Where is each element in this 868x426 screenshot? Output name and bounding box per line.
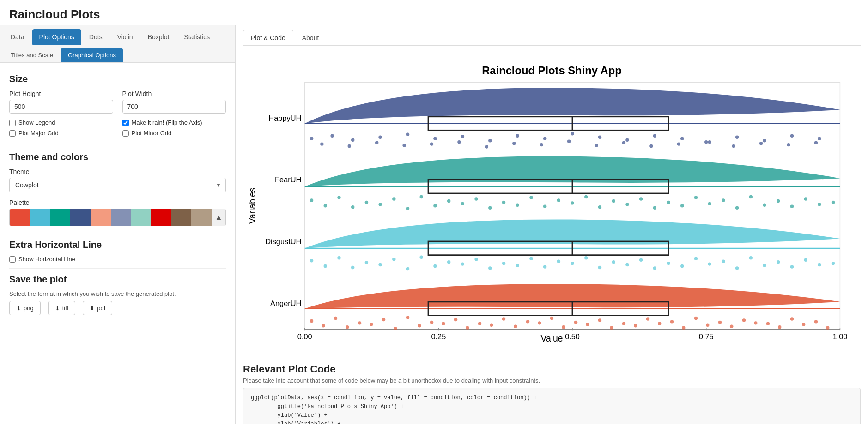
svg-point-69 [598,205,601,209]
svg-point-68 [571,201,574,204]
save-tiff-button[interactable]: ⬇ tiff [48,301,76,315]
palette-swatch-3 [70,209,91,226]
svg-point-107 [571,262,574,265]
tab-boxplot[interactable]: Boxplot [141,29,176,45]
svg-point-126 [526,320,529,323]
theme-select[interactable]: Cowplot Classic Minimal BW Gray [9,178,226,192]
svg-point-10 [571,132,574,135]
svg-point-124 [478,322,481,325]
x-tick-0: 0.00 [297,332,312,341]
svg-point-31 [622,141,625,144]
save-pdf-label: pdf [97,305,105,312]
svg-point-62 [406,207,409,210]
svg-point-71 [653,206,656,210]
svg-point-108 [598,266,601,269]
svg-point-99 [351,266,354,269]
svg-point-91 [667,262,670,265]
make-it-rain-checkbox[interactable] [122,120,129,126]
right-tab-about[interactable]: About [294,30,327,45]
svg-point-111 [680,264,684,268]
svg-point-115 [790,265,794,268]
plot-major-grid-label: Plot Major Grid [18,130,59,137]
plot-major-grid-checkbox[interactable] [9,130,16,137]
plot-minor-grid-label: Plot Minor Grid [132,130,172,137]
x-tick-1: 0.25 [431,332,446,341]
svg-point-122 [430,321,433,324]
svg-point-129 [598,318,601,322]
sub-tab-graphical-options[interactable]: Graphical Options [61,48,123,62]
sub-tab-titles-scale[interactable]: Titles and Scale [4,48,60,62]
svg-point-82 [420,256,423,259]
tab-plot-options[interactable]: Plot Options [32,29,81,45]
svg-point-29 [567,139,571,143]
save-pdf-button[interactable]: ⬇ pdf [83,301,112,315]
palette-swatch-1 [30,209,50,226]
svg-point-154 [682,326,685,330]
svg-point-14 [680,137,684,140]
code-block[interactable]: ggplot(plotData, aes(x = condition, y = … [243,388,861,424]
palette-label: Palette [9,199,226,206]
svg-point-89 [612,260,615,264]
tab-violin[interactable]: Violin [110,29,140,45]
svg-point-19 [818,137,821,140]
svg-point-30 [595,144,598,147]
svg-point-75 [763,204,766,207]
svg-point-65 [488,206,492,210]
show-horizontal-line-label: Show Horizontal Line [18,256,75,263]
download-pdf-icon: ⬇ [90,305,95,312]
palette-up-button[interactable]: ▲ [212,209,225,226]
svg-point-55 [749,195,753,198]
right-tabs-container: Plot & Code About [243,30,861,46]
show-legend-checkbox[interactable] [9,120,16,126]
svg-point-76 [790,205,794,208]
svg-point-59 [324,204,327,207]
download-tiff-icon: ⬇ [55,305,60,312]
plot-minor-grid-checkbox[interactable] [122,130,129,137]
tab-dots[interactable]: Dots [82,29,109,45]
svg-point-158 [778,325,781,329]
tab-data[interactable]: Data [4,29,31,45]
svg-point-41 [365,201,368,204]
svg-point-43 [420,195,423,198]
svg-point-25 [457,140,461,144]
svg-point-142 [394,327,397,330]
sub-tabs-container: Titles and Scale Graphical Options [0,45,235,63]
svg-point-159 [802,323,805,326]
right-tab-plot-code[interactable]: Plot & Code [243,30,293,45]
svg-point-63 [433,204,437,207]
svg-point-133 [694,317,698,320]
svg-point-57 [804,197,807,200]
svg-point-100 [378,263,382,266]
palette-swatch-7 [151,209,171,226]
palette-swatch-2 [50,209,70,226]
svg-point-146 [490,324,493,327]
svg-point-134 [718,321,722,324]
palette-container: ▲ [9,209,226,226]
svg-point-46 [502,201,505,204]
save-png-button[interactable]: ⬇ png [9,301,41,315]
plot-height-input[interactable] [9,100,113,114]
svg-point-34 [704,140,708,144]
theme-section-title: Theme and colors [9,152,226,162]
svg-point-9 [543,137,546,140]
svg-point-143 [418,324,421,327]
svg-point-110 [653,266,656,270]
plot-width-input[interactable] [122,100,226,114]
svg-point-119 [358,321,361,324]
extra-line-section-title: Extra Horizontal Line [9,240,226,250]
svg-point-44 [447,199,450,203]
svg-point-40 [337,196,340,199]
svg-point-32 [649,144,653,148]
tab-statistics[interactable]: Statistics [177,29,217,45]
svg-point-21 [348,144,351,148]
svg-point-121 [406,316,409,319]
code-note: Please take into account that some of co… [243,377,861,384]
svg-point-130 [622,322,625,325]
svg-point-33 [677,142,680,145]
svg-point-95 [777,260,780,264]
svg-point-23 [402,144,406,147]
svg-point-0 [310,137,313,140]
show-horizontal-line-checkbox[interactable] [9,256,16,263]
svg-point-139 [322,324,325,327]
svg-point-109 [625,263,629,266]
